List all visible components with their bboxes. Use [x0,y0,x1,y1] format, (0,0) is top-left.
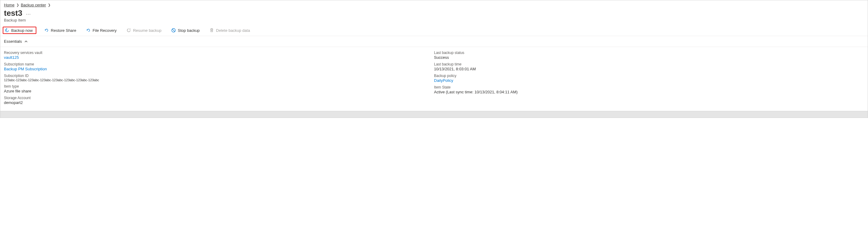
subscription-name-value[interactable]: Backup PM Subscription [4,67,434,71]
toolbar: Backup now Restore Share File Recovery R… [0,25,868,36]
backup-now-label: Backup now [11,28,33,33]
delete-backup-data-label: Delete backup data [216,28,250,33]
item-state-value: Active (Last sync time: 10/13/2021, 8:04… [434,90,864,94]
recovery-vault-value[interactable]: vault125 [4,55,434,60]
file-recovery-icon [86,28,91,33]
more-actions-icon[interactable]: ··· [26,10,31,17]
essentials-toggle[interactable]: Essentials [0,36,868,47]
title-row: test3 ··· [0,8,868,18]
last-backup-status-label: Last backup status [434,51,864,55]
backup-now-button[interactable]: Backup now [3,27,36,34]
footer-bar [0,111,868,118]
recovery-vault-label: Recovery services vault [4,51,434,55]
delete-icon [209,28,214,33]
item-type-label: Item type [4,84,434,88]
chevron-right-icon: ❯ [17,3,19,7]
storage-account-label: Storage Account [4,96,434,100]
svg-line-1 [172,29,175,31]
stop-backup-label: Stop backup [178,28,199,33]
resume-backup-label: Resume backup [133,28,161,33]
last-backup-status-value: Success [434,55,864,60]
breadcrumb-backup-center[interactable]: Backup center [21,3,46,7]
stop-backup-button[interactable]: Stop backup [169,27,202,34]
restore-share-button[interactable]: Restore Share [42,27,78,34]
restore-icon [44,28,49,33]
restore-share-label: Restore Share [51,28,76,33]
resume-backup-button: Resume backup [124,27,163,34]
file-recovery-button[interactable]: File Recovery [84,27,118,34]
backup-policy-value[interactable]: DailyPolicy [434,78,864,83]
file-recovery-label: File Recovery [93,28,117,33]
chevron-up-icon [24,40,28,43]
storage-account-value: demopart2 [4,100,434,105]
item-type-value: Azure file share [4,89,434,93]
item-state-label: Item State [434,85,864,89]
last-backup-time-label: Last backup time [434,62,864,66]
backup-now-icon [4,28,9,33]
last-backup-time-value: 10/13/2021, 8:03:01 AM [434,67,864,71]
stop-icon [171,28,176,33]
delete-backup-data-button: Delete backup data [208,27,252,34]
essentials-label: Essentials [4,39,22,43]
page-title: test3 [4,8,23,18]
breadcrumb: Home ❯ Backup center ❯ [0,0,868,8]
backup-policy-label: Backup policy [434,74,864,78]
subscription-id-label: Subscription ID [4,74,434,78]
essentials-body: Recovery services vault vault125 Subscri… [0,47,868,111]
resume-icon [126,28,131,33]
breadcrumb-home[interactable]: Home [4,3,14,7]
page-subtitle: Backup Item [0,18,868,25]
chevron-right-icon: ❯ [48,3,51,7]
subscription-name-label: Subscription name [4,62,434,66]
essentials-left-column: Recovery services vault vault125 Subscri… [4,51,434,107]
essentials-right-column: Last backup status Success Last backup t… [434,51,864,107]
subscription-id-value: 123abc-123abc-123abc-123abc-123abc-123ab… [4,78,434,82]
